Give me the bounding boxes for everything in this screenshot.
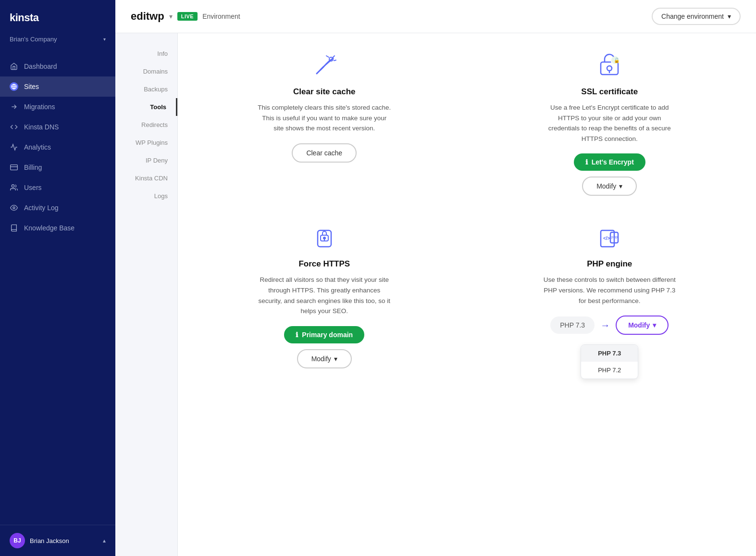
clear-cache-title: Clear site cache <box>293 87 355 97</box>
lets-encrypt-button[interactable]: ℹ Let's Encrypt <box>574 153 645 171</box>
sidebar-item-label: Billing <box>24 164 42 171</box>
sidebar-item-migrations[interactable]: Migrations <box>0 97 115 117</box>
https-modify-button[interactable]: Modify ▾ <box>297 349 352 368</box>
user-profile[interactable]: BJ Brian Jackson ▴ <box>0 525 115 556</box>
sidebar-item-billing[interactable]: Billing <box>0 157 115 177</box>
sidebar-item-label: Knowledge Base <box>24 224 74 232</box>
sidebar-item-label: Activity Log <box>24 204 59 212</box>
sidebar-item-users[interactable]: Users <box>0 177 115 198</box>
clear-cache-icon <box>311 52 338 79</box>
force-https-actions: ℹ Primary domain Modify ▾ <box>284 326 364 368</box>
users-icon <box>10 183 18 192</box>
sub-nav-redirects[interactable]: Redirects <box>115 116 177 134</box>
clear-cache-card: Clear site cache This completely clears … <box>201 52 448 196</box>
sidebar-item-knowledge-base[interactable]: Knowledge Base <box>0 218 115 238</box>
sub-nav-wp-plugins[interactable]: WP Plugins <box>115 134 177 152</box>
chart-icon <box>10 143 18 152</box>
https-modify-label: Modify <box>311 355 331 363</box>
clear-cache-button[interactable]: Clear cache <box>292 143 357 163</box>
sub-nav-ip-deny[interactable]: IP Deny <box>115 152 177 169</box>
sub-nav-info[interactable]: Info <box>115 45 177 63</box>
chevron-down-icon: ▾ <box>334 355 337 363</box>
svg-point-5 <box>13 207 15 209</box>
sub-nav-domains[interactable]: Domains <box>115 63 177 80</box>
user-name: Brian Jackson <box>30 537 69 544</box>
chevron-down-icon: ▾ <box>619 182 622 190</box>
clear-cache-description: This completely clears this site's store… <box>257 102 392 134</box>
main-nav: Dashboard Sites Migrations Kinsta DNS An <box>0 52 115 525</box>
sidebar-item-label: Dashboard <box>24 63 57 70</box>
billing-icon <box>10 163 18 172</box>
php-title: PHP engine <box>587 259 632 269</box>
sidebar-item-label: Analytics <box>24 143 51 151</box>
home-icon <box>10 62 18 71</box>
ssl-modify-button[interactable]: Modify ▾ <box>582 177 637 196</box>
ssl-title: SSL certificate <box>581 87 638 97</box>
primary-domain-button[interactable]: ℹ Primary domain <box>284 326 364 343</box>
sidebar-item-kinsta-dns[interactable]: Kinsta DNS <box>0 117 115 137</box>
sidebar-item-label: Users <box>24 184 42 191</box>
php-description: Use these controls to switch between dif… <box>542 275 677 306</box>
arrow-right-icon: → <box>600 320 610 331</box>
change-env-label: Change environment <box>661 13 724 20</box>
book-icon <box>10 224 18 232</box>
sub-nav-logs[interactable]: Logs <box>115 187 177 205</box>
main-area: editwp ▾ LIVE Environment Change environ… <box>115 0 756 556</box>
content-wrapper: Info Domains Backups Tools Redirects WP … <box>115 33 756 556</box>
sidebar-item-dashboard[interactable]: Dashboard <box>0 56 115 76</box>
avatar: BJ <box>10 533 25 548</box>
site-dropdown-icon[interactable]: ▾ <box>169 13 173 20</box>
info-icon: ℹ <box>585 158 588 166</box>
sub-nav-backups[interactable]: Backups <box>115 80 177 98</box>
environment-label: Environment <box>202 13 240 20</box>
ssl-modify-label: Modify <box>596 182 616 190</box>
header: editwp ▾ LIVE Environment Change environ… <box>115 0 756 33</box>
php-current-version: PHP 7.3 <box>550 316 595 334</box>
change-environment-button[interactable]: Change environment ▾ <box>652 8 741 25</box>
force-https-icon <box>311 225 338 252</box>
ssl-certificate-card: 🔓 SSL certificate Use a free Let's Encry… <box>486 52 733 196</box>
chevron-up-icon: ▴ <box>103 537 106 544</box>
dns-icon <box>10 123 18 131</box>
logo: kinsta <box>0 0 115 32</box>
ssl-description: Use a free Let's Encrypt certificate to … <box>542 102 677 144</box>
sidebar: kinsta Brian's Company ▾ Dashboard Sites… <box>0 0 115 556</box>
chevron-down-icon: ▾ <box>103 37 106 42</box>
svg-point-4 <box>12 185 14 187</box>
php-option-72[interactable]: PHP 7.2 <box>581 362 638 379</box>
force-https-card: Force HTTPS Redirect all visitors so tha… <box>201 225 448 379</box>
php-actions: PHP 7.3 → Modify ▾ PHP 7.3 PHP 7.2 <box>550 316 669 379</box>
php-icon: </> php <box>596 225 623 252</box>
sidebar-item-sites[interactable]: Sites <box>0 76 115 97</box>
svg-line-12 <box>333 56 335 57</box>
php-modify-button[interactable]: Modify ▾ <box>616 316 669 335</box>
lets-encrypt-label: Let's Encrypt <box>592 158 634 166</box>
svg-text:</>: </> <box>603 236 610 241</box>
header-left: editwp ▾ LIVE Environment <box>131 10 240 23</box>
chevron-down-icon: ▾ <box>653 321 656 329</box>
logo-text: kinsta <box>10 12 39 24</box>
primary-domain-label: Primary domain <box>302 331 353 339</box>
eye-icon <box>10 203 18 212</box>
svg-text:php: php <box>611 235 618 239</box>
info-icon: ℹ <box>296 331 298 339</box>
sidebar-item-analytics[interactable]: Analytics <box>0 137 115 157</box>
svg-rect-2 <box>11 165 18 170</box>
migrations-icon <box>10 102 18 111</box>
sub-nav-kinsta-cdn[interactable]: Kinsta CDN <box>115 169 177 187</box>
php-option-73[interactable]: PHP 7.3 <box>581 345 638 362</box>
force-https-description: Redirect all visitors so that they visit… <box>257 275 392 316</box>
php-engine-card: </> php PHP engine Use these controls to… <box>486 225 733 379</box>
php-dropdown: PHP 7.3 PHP 7.2 <box>581 344 638 379</box>
user-info: BJ Brian Jackson <box>10 533 69 548</box>
company-selector[interactable]: Brian's Company ▾ <box>0 32 115 52</box>
live-badge: LIVE <box>177 12 198 21</box>
svg-line-8 <box>321 67 323 70</box>
company-name: Brian's Company <box>10 36 57 43</box>
ssl-icon: 🔓 <box>596 52 623 79</box>
sidebar-item-activity-log[interactable]: Activity Log <box>0 198 115 218</box>
clear-cache-actions: Clear cache <box>292 143 357 163</box>
sub-nav-tools[interactable]: Tools <box>115 98 177 116</box>
sidebar-item-label: Migrations <box>24 103 55 111</box>
site-name: editwp <box>131 10 164 23</box>
